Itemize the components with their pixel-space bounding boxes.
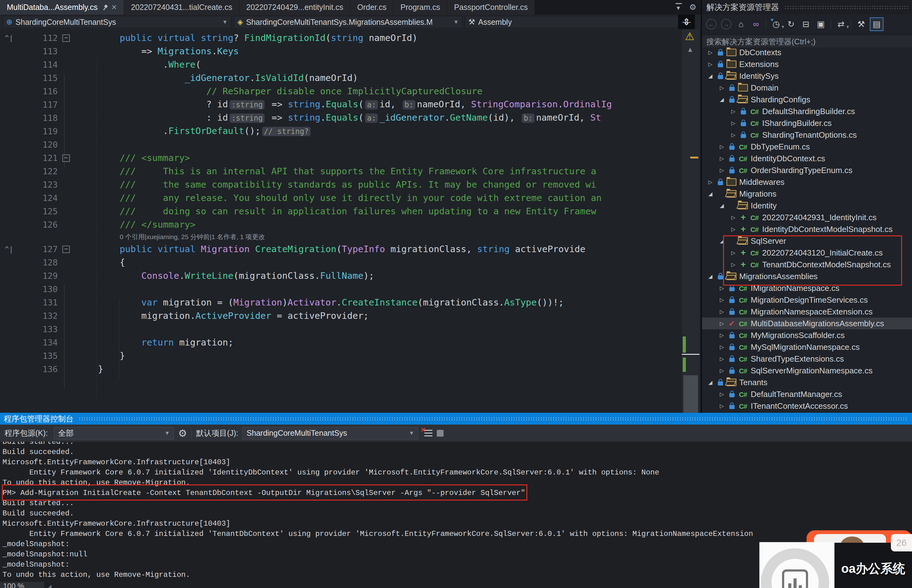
scrollbar-thumb[interactable] — [683, 375, 698, 413]
editor-scrollbar[interactable]: ⚠ ▲ — [682, 29, 700, 413]
tree-item[interactable]: ▷IShardingBuilder.cs — [702, 117, 912, 129]
code-text[interactable]: _idGenerator.IsValidId(nameOrId) — [73, 71, 682, 85]
expander-icon[interactable]: ▷ — [729, 132, 738, 138]
tree-item[interactable]: ▷IdentityDbContext.cs — [702, 153, 912, 164]
document-tab[interactable]: 202207240429...entityInit.cs — [239, 0, 351, 15]
breadcrumb-dropdown[interactable]: ◈ShardingCoreMultiTenantSys.MigrationsAs… — [234, 16, 462, 28]
tab-overflow-icon[interactable]: ▼ — [676, 3, 681, 11]
collapse-all-icon[interactable]: ⊟ — [800, 18, 812, 31]
solution-search-input[interactable]: 搜索解决方案资源管理器(Ctrl+;) — [702, 36, 912, 48]
tree-item[interactable]: ▷Domain — [702, 82, 912, 94]
zoom-level[interactable]: 100 % — [0, 582, 44, 588]
tree-item[interactable]: ▷MigrationNamespaceExtension.cs — [702, 306, 912, 318]
collapse-region-icon[interactable]: − — [62, 34, 70, 42]
tree-item[interactable]: ▷✓MultiDatabaseMigrationsAssembly.cs — [702, 318, 912, 330]
collapse-region-icon[interactable]: − — [62, 246, 70, 253]
code-text[interactable]: } — [73, 363, 682, 376]
expander-icon[interactable]: ▷ — [717, 167, 726, 174]
codelens-info[interactable]: 0 个引用|xuejiaming, 25 分钟前|1 名作者, 1 项更改 — [0, 231, 682, 242]
code-text[interactable]: { — [73, 256, 682, 269]
code-text[interactable]: ? id:string => string.Equals(a:id, b:nam… — [73, 98, 682, 111]
expander-icon[interactable]: ▷ — [717, 332, 726, 339]
code-text[interactable]: .FirstOrDefault();// string? — [73, 124, 682, 138]
tree-item[interactable]: ▷MySqlMigrationNamespace.cs — [702, 341, 912, 353]
panel-drag-handle[interactable] — [78, 417, 908, 421]
close-icon[interactable]: ✕ — [112, 3, 117, 11]
switch-views-icon[interactable]: ∞ — [750, 18, 762, 31]
panel-drag-handle[interactable] — [784, 5, 909, 10]
tree-item[interactable]: ▷MyMigrationsScaffolder.cs — [702, 330, 912, 341]
document-tab[interactable]: MultiDataba...Assembly.cs✕ — [0, 0, 124, 15]
wrench-icon[interactable]: ⚒ — [855, 18, 867, 31]
expander-icon[interactable]: ▷ — [706, 61, 715, 68]
code-text[interactable]: /// This is an internal API that support… — [73, 165, 682, 178]
code-text[interactable]: => Migrations.Keys — [73, 45, 682, 58]
code-text[interactable]: Console.WriteLine(migrationClass.FullNam… — [73, 269, 682, 283]
code-text[interactable]: /// any release. You should only use it … — [73, 191, 682, 205]
fold-margin[interactable]: − — [60, 34, 73, 42]
code-text[interactable]: public virtual string? FindMigrationId(s… — [73, 31, 682, 45]
tree-item[interactable]: ▷DefaultTenantManager.cs — [702, 388, 912, 400]
tree-item[interactable]: ▷DefaultShardingBuilder.cs — [702, 105, 912, 117]
expander-icon[interactable]: ▷ — [717, 144, 726, 150]
code-text[interactable]: .Where( — [73, 58, 682, 71]
expander-icon[interactable]: ▷ — [717, 391, 726, 397]
expander-icon[interactable]: ▷ — [717, 155, 726, 162]
collapse-margin-icon[interactable]: ▲ — [687, 45, 694, 54]
tree-item[interactable]: ▷OrderShardingTypeEnum.cs — [702, 164, 912, 176]
package-source-dropdown[interactable]: 全部 ▼ — [54, 427, 174, 439]
pending-changes-filter-icon[interactable]: ◷▼▼ — [770, 18, 782, 31]
expander-icon[interactable]: ▷ — [717, 297, 726, 303]
code-text[interactable]: var migration = (Migration)Activator.Cre… — [73, 296, 682, 309]
expander-icon[interactable]: ◢ — [706, 191, 715, 197]
code-text[interactable]: : id:string => string.Equals(a:_idGenera… — [73, 111, 682, 125]
back-icon[interactable]: ← — [706, 19, 716, 29]
code-text[interactable]: /// doing so can result in application f… — [73, 205, 682, 218]
tree-item[interactable]: ▷Extensions — [702, 58, 912, 70]
forward-icon[interactable]: → — [721, 19, 731, 29]
expander-icon[interactable]: ▷ — [717, 367, 726, 374]
collapse-region-icon[interactable]: − — [62, 154, 70, 162]
expander-icon[interactable]: ▷ — [717, 356, 726, 362]
tree-item[interactable]: ◢Tenants — [702, 376, 912, 388]
document-tab[interactable]: Order.cs — [351, 0, 394, 15]
properties-icon[interactable]: ▤ — [870, 17, 883, 31]
document-tab[interactable]: Program.cs — [394, 0, 447, 15]
expander-icon[interactable]: ▷ — [717, 320, 726, 327]
code-text[interactable]: /// the same compatibility standards as … — [73, 178, 682, 191]
code-text[interactable]: /// </summary> — [73, 218, 682, 231]
default-project-dropdown[interactable]: ShardingCoreMultiTenantSys ▼ — [243, 427, 418, 439]
tree-item[interactable]: ▷DbTypeEnum.cs — [702, 141, 912, 153]
splitter-grip-icon[interactable]: ◢ — [47, 583, 52, 588]
tree-item[interactable]: ◢Migrations — [702, 188, 912, 200]
expander-icon[interactable]: ▷ — [717, 403, 726, 409]
expander-icon[interactable]: ◢ — [706, 379, 715, 386]
show-all-files-icon[interactable]: ▣ — [815, 18, 827, 31]
clear-console-icon[interactable] — [424, 430, 432, 437]
expander-icon[interactable]: ▷ — [717, 285, 726, 292]
sync-active-document-icon[interactable]: ⇄▼ — [835, 18, 847, 31]
document-tab[interactable]: 202207240431...tialCreate.cs — [124, 0, 239, 15]
expander-icon[interactable]: ▷ — [717, 344, 726, 351]
tree-item[interactable]: ▷DbContexts — [702, 47, 912, 58]
expander-icon[interactable]: ▷ — [729, 108, 738, 115]
tab-options-gear-icon[interactable]: ⚙ — [689, 2, 696, 12]
package-settings-gear-icon[interactable]: ⚙ — [178, 427, 187, 439]
tree-item[interactable]: ▷Middlewares — [702, 176, 912, 188]
split-editor-button[interactable]: ⇕ — [678, 15, 695, 29]
refresh-icon[interactable]: ↻ — [785, 18, 797, 31]
warning-icon[interactable]: ⚠ — [685, 30, 694, 42]
home-icon[interactable]: ⌂ — [735, 18, 747, 31]
code-editor[interactable]: ^|112− public virtual string? FindMigrat… — [0, 29, 682, 413]
fold-margin[interactable]: − — [60, 246, 73, 253]
expander-icon[interactable]: ◢ — [706, 273, 715, 280]
tree-item[interactable]: ◢IdentitySys — [702, 70, 912, 82]
code-text[interactable]: /// <summary> — [73, 151, 682, 165]
expander-icon[interactable]: ◢ — [717, 202, 726, 209]
tree-item[interactable]: ▷SqlServerMigrationNamespace.cs — [702, 365, 912, 376]
breadcrumb-dropdown[interactable]: ⚒Assembly▼ — [465, 16, 693, 28]
tree-item[interactable]: ▷MigrationDesignTimeServices.cs — [702, 294, 912, 306]
expander-icon[interactable]: ▷ — [717, 85, 726, 91]
tree-item[interactable]: ▷SharedTypeExtensions.cs — [702, 353, 912, 365]
expander-icon[interactable]: ◢ — [706, 73, 715, 79]
